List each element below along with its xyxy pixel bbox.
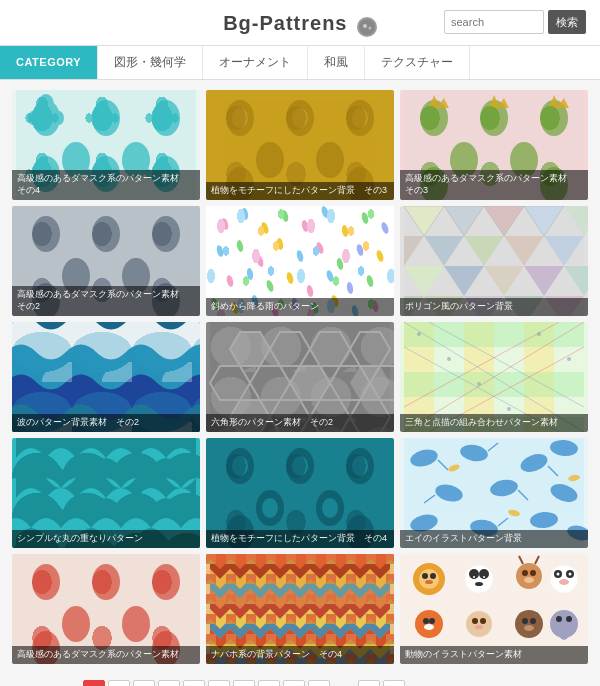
- svg-point-157: [262, 498, 278, 518]
- page-next[interactable]: >: [383, 680, 405, 686]
- svg-point-227: [472, 618, 478, 624]
- svg-point-204: [483, 576, 485, 578]
- page-btn-9[interactable]: 9: [283, 680, 305, 686]
- svg-point-239: [566, 616, 572, 622]
- grid-item-1[interactable]: 高級感のあるダマスク系のパターン素材 その4: [12, 90, 200, 200]
- grid-item-10[interactable]: シンプルな丸の重なりパターン: [12, 438, 200, 548]
- grid-item-12[interactable]: エイのイラストパターン背景: [400, 438, 588, 548]
- svg-point-5: [38, 94, 54, 114]
- svg-point-237: [558, 620, 570, 640]
- svg-point-47: [241, 207, 249, 220]
- search-input[interactable]: [444, 10, 544, 34]
- svg-point-217: [559, 579, 569, 585]
- svg-point-142: [507, 407, 511, 411]
- svg-point-11: [152, 100, 180, 136]
- grid-item-11[interactable]: 植物をモチーフにしたパターン背景 その4: [206, 438, 394, 548]
- svg-point-195: [422, 573, 428, 579]
- svg-point-65: [246, 267, 254, 280]
- svg-point-59: [296, 249, 305, 262]
- grid-item-14[interactable]: ナバホ系の背景パターン その4: [206, 554, 394, 664]
- caption-15: 動物のイラストパターン素材: [400, 646, 588, 664]
- svg-point-206: [516, 563, 542, 589]
- svg-point-53: [361, 211, 370, 224]
- svg-point-141: [477, 382, 481, 386]
- grid-item-6[interactable]: ポリゴン風のパターン背景: [400, 206, 588, 316]
- svg-point-18: [346, 100, 374, 136]
- svg-point-234: [530, 618, 536, 624]
- svg-point-216: [569, 572, 572, 575]
- pagination: Page 1 of 14 1 2 3 4 5 6 7 8 9 10 … 14 >: [0, 674, 600, 686]
- svg-point-23: [232, 108, 248, 128]
- caption-9: 三角と点描の組み合わせパターン素材: [400, 414, 588, 432]
- svg-point-149: [346, 448, 374, 484]
- svg-marker-109: [270, 332, 310, 366]
- grid-item-5[interactable]: 斜めから降る雨のパターン: [206, 206, 394, 316]
- svg-point-2: [368, 26, 371, 29]
- svg-point-205: [475, 582, 483, 586]
- nav-item-category[interactable]: CATEGORY: [0, 46, 98, 79]
- svg-marker-116: [370, 366, 394, 400]
- svg-point-188: [38, 572, 54, 592]
- nav-item-texture[interactable]: テクスチャー: [365, 46, 470, 79]
- search-button[interactable]: 検索: [548, 10, 586, 34]
- grid-item-9[interactable]: 三角と点描の組み合わせパターン素材: [400, 322, 588, 432]
- svg-point-54: [380, 221, 390, 234]
- grid-item-3[interactable]: 高級感のあるダマスク系のパターン素材 その3: [400, 90, 588, 200]
- svg-point-185: [122, 606, 150, 642]
- svg-marker-122: [290, 366, 330, 400]
- grid-item-7[interactable]: 波のパターン背景素材 その2: [12, 322, 200, 432]
- nav-item-ornament[interactable]: オーナメント: [203, 46, 308, 79]
- grid-item-8[interactable]: 六角形のパターン素材 その2: [206, 322, 394, 432]
- svg-point-143: [537, 332, 541, 336]
- svg-point-62: [356, 243, 365, 256]
- svg-point-197: [425, 580, 433, 584]
- svg-marker-110: [310, 332, 350, 366]
- svg-point-69: [325, 269, 334, 282]
- page-btn-3[interactable]: 3: [133, 680, 155, 686]
- caption-2: 植物をモチーフにしたパターン背景 その3: [206, 182, 394, 200]
- svg-point-17: [286, 100, 314, 136]
- svg-point-46: [221, 217, 230, 230]
- nav-item-japanese[interactable]: 和風: [308, 46, 365, 79]
- caption-1: 高級感のあるダマスク系のパターン素材 その4: [12, 170, 200, 199]
- caption-8: 六角形のパターン素材 その2: [206, 414, 394, 432]
- page-btn-4[interactable]: 4: [158, 680, 180, 686]
- svg-marker-36: [429, 95, 449, 108]
- site-logo: [357, 17, 377, 37]
- grid-item-2[interactable]: 植物をモチーフにしたパターン背景 その3: [206, 90, 394, 200]
- svg-marker-114: [290, 366, 330, 400]
- svg-point-222: [429, 618, 435, 624]
- page-btn-2[interactable]: 2: [108, 680, 130, 686]
- svg-point-208: [530, 570, 536, 576]
- svg-marker-112: [210, 366, 250, 400]
- svg-point-67: [286, 271, 295, 284]
- page-btn-5[interactable]: 5: [183, 680, 205, 686]
- svg-point-158: [322, 498, 338, 518]
- page-btn-8[interactable]: 8: [258, 680, 280, 686]
- grid-item-15[interactable]: 動物のイラストパターン素材: [400, 554, 588, 664]
- page-btn-1[interactable]: 1: [83, 680, 105, 686]
- page-btn-6[interactable]: 6: [208, 680, 230, 686]
- svg-point-196: [430, 573, 436, 579]
- grid-item-13[interactable]: 高級感のあるダマスク系のパターン素材: [12, 554, 200, 664]
- svg-point-6: [28, 111, 38, 125]
- svg-point-20: [316, 142, 344, 178]
- svg-point-235: [524, 625, 534, 631]
- svg-point-221: [423, 618, 429, 624]
- svg-point-147: [226, 448, 254, 484]
- page-btn-10[interactable]: 10: [308, 680, 330, 686]
- svg-point-52: [341, 224, 349, 237]
- page-btn-14[interactable]: 14: [358, 680, 380, 686]
- svg-point-24: [292, 108, 308, 128]
- page-btn-7[interactable]: 7: [233, 680, 255, 686]
- svg-point-156: [352, 456, 368, 476]
- grid-item-4[interactable]: 高級感のあるダマスク系のパターン素材 その2: [12, 206, 200, 316]
- svg-point-154: [232, 456, 248, 476]
- svg-point-215: [557, 572, 560, 575]
- svg-point-64: [226, 274, 235, 287]
- caption-14: ナバホ系の背景パターン その4: [206, 646, 394, 664]
- svg-point-60: [315, 241, 325, 254]
- svg-point-190: [158, 572, 174, 592]
- svg-point-49: [281, 209, 290, 222]
- nav-item-geometric[interactable]: 図形・幾何学: [98, 46, 203, 79]
